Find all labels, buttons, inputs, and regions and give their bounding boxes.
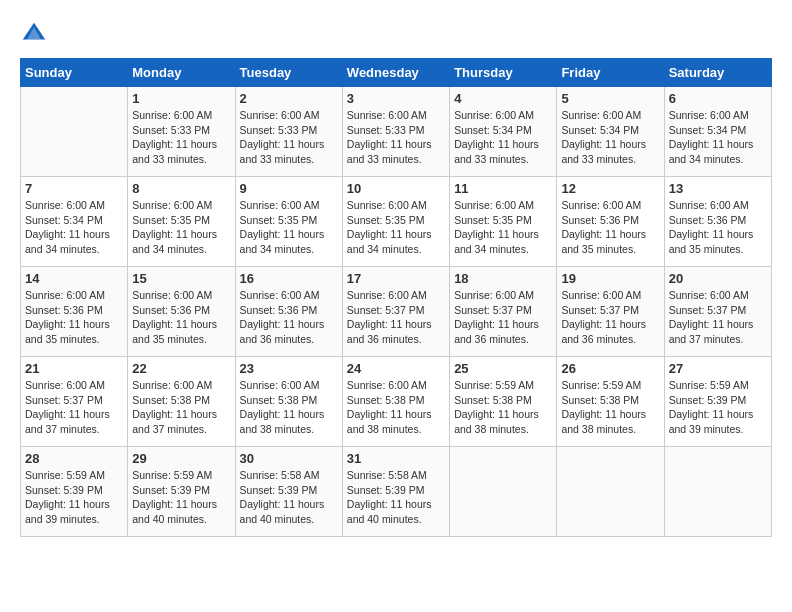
calendar-cell: 26Sunrise: 5:59 AMSunset: 5:38 PMDayligh… — [557, 357, 664, 447]
day-number: 9 — [240, 181, 338, 196]
day-header-thursday: Thursday — [450, 59, 557, 87]
calendar-cell — [21, 87, 128, 177]
week-row-4: 21Sunrise: 6:00 AMSunset: 5:37 PMDayligh… — [21, 357, 772, 447]
day-number: 25 — [454, 361, 552, 376]
day-info: Sunrise: 6:00 AMSunset: 5:36 PMDaylight:… — [669, 198, 767, 257]
day-number: 4 — [454, 91, 552, 106]
day-info: Sunrise: 6:00 AMSunset: 5:38 PMDaylight:… — [132, 378, 230, 437]
calendar-cell: 10Sunrise: 6:00 AMSunset: 5:35 PMDayligh… — [342, 177, 449, 267]
day-info: Sunrise: 6:00 AMSunset: 5:33 PMDaylight:… — [347, 108, 445, 167]
calendar-cell: 31Sunrise: 5:58 AMSunset: 5:39 PMDayligh… — [342, 447, 449, 537]
calendar-cell: 25Sunrise: 5:59 AMSunset: 5:38 PMDayligh… — [450, 357, 557, 447]
day-info: Sunrise: 6:00 AMSunset: 5:34 PMDaylight:… — [25, 198, 123, 257]
day-info: Sunrise: 6:00 AMSunset: 5:38 PMDaylight:… — [240, 378, 338, 437]
day-number: 28 — [25, 451, 123, 466]
day-info: Sunrise: 6:00 AMSunset: 5:35 PMDaylight:… — [454, 198, 552, 257]
day-number: 27 — [669, 361, 767, 376]
day-info: Sunrise: 6:00 AMSunset: 5:35 PMDaylight:… — [347, 198, 445, 257]
day-number: 6 — [669, 91, 767, 106]
day-number: 18 — [454, 271, 552, 286]
day-number: 24 — [347, 361, 445, 376]
day-info: Sunrise: 6:00 AMSunset: 5:37 PMDaylight:… — [347, 288, 445, 347]
day-header-wednesday: Wednesday — [342, 59, 449, 87]
day-info: Sunrise: 6:00 AMSunset: 5:34 PMDaylight:… — [669, 108, 767, 167]
day-info: Sunrise: 6:00 AMSunset: 5:36 PMDaylight:… — [25, 288, 123, 347]
day-header-tuesday: Tuesday — [235, 59, 342, 87]
calendar-cell: 9Sunrise: 6:00 AMSunset: 5:35 PMDaylight… — [235, 177, 342, 267]
day-info: Sunrise: 6:00 AMSunset: 5:37 PMDaylight:… — [561, 288, 659, 347]
calendar-cell: 15Sunrise: 6:00 AMSunset: 5:36 PMDayligh… — [128, 267, 235, 357]
day-info: Sunrise: 5:59 AMSunset: 5:39 PMDaylight:… — [25, 468, 123, 527]
calendar-cell — [557, 447, 664, 537]
day-info: Sunrise: 5:59 AMSunset: 5:39 PMDaylight:… — [132, 468, 230, 527]
week-row-5: 28Sunrise: 5:59 AMSunset: 5:39 PMDayligh… — [21, 447, 772, 537]
calendar-cell: 1Sunrise: 6:00 AMSunset: 5:33 PMDaylight… — [128, 87, 235, 177]
day-number: 29 — [132, 451, 230, 466]
calendar-cell: 17Sunrise: 6:00 AMSunset: 5:37 PMDayligh… — [342, 267, 449, 357]
calendar-cell: 11Sunrise: 6:00 AMSunset: 5:35 PMDayligh… — [450, 177, 557, 267]
logo-icon — [20, 20, 48, 48]
calendar-body: 1Sunrise: 6:00 AMSunset: 5:33 PMDaylight… — [21, 87, 772, 537]
day-info: Sunrise: 6:00 AMSunset: 5:35 PMDaylight:… — [240, 198, 338, 257]
calendar-cell: 27Sunrise: 5:59 AMSunset: 5:39 PMDayligh… — [664, 357, 771, 447]
day-number: 30 — [240, 451, 338, 466]
day-info: Sunrise: 5:58 AMSunset: 5:39 PMDaylight:… — [347, 468, 445, 527]
day-header-saturday: Saturday — [664, 59, 771, 87]
day-info: Sunrise: 5:58 AMSunset: 5:39 PMDaylight:… — [240, 468, 338, 527]
calendar-cell: 30Sunrise: 5:58 AMSunset: 5:39 PMDayligh… — [235, 447, 342, 537]
calendar-cell: 12Sunrise: 6:00 AMSunset: 5:36 PMDayligh… — [557, 177, 664, 267]
day-info: Sunrise: 6:00 AMSunset: 5:33 PMDaylight:… — [240, 108, 338, 167]
calendar-cell: 14Sunrise: 6:00 AMSunset: 5:36 PMDayligh… — [21, 267, 128, 357]
day-info: Sunrise: 6:00 AMSunset: 5:35 PMDaylight:… — [132, 198, 230, 257]
calendar-cell: 2Sunrise: 6:00 AMSunset: 5:33 PMDaylight… — [235, 87, 342, 177]
calendar-cell: 8Sunrise: 6:00 AMSunset: 5:35 PMDaylight… — [128, 177, 235, 267]
calendar-cell: 3Sunrise: 6:00 AMSunset: 5:33 PMDaylight… — [342, 87, 449, 177]
calendar-cell: 24Sunrise: 6:00 AMSunset: 5:38 PMDayligh… — [342, 357, 449, 447]
week-row-3: 14Sunrise: 6:00 AMSunset: 5:36 PMDayligh… — [21, 267, 772, 357]
calendar-cell: 19Sunrise: 6:00 AMSunset: 5:37 PMDayligh… — [557, 267, 664, 357]
day-info: Sunrise: 6:00 AMSunset: 5:34 PMDaylight:… — [454, 108, 552, 167]
week-row-2: 7Sunrise: 6:00 AMSunset: 5:34 PMDaylight… — [21, 177, 772, 267]
calendar-cell: 18Sunrise: 6:00 AMSunset: 5:37 PMDayligh… — [450, 267, 557, 357]
calendar-cell: 22Sunrise: 6:00 AMSunset: 5:38 PMDayligh… — [128, 357, 235, 447]
logo — [20, 20, 52, 48]
day-number: 8 — [132, 181, 230, 196]
day-number: 31 — [347, 451, 445, 466]
calendar-cell — [450, 447, 557, 537]
calendar-cell: 29Sunrise: 5:59 AMSunset: 5:39 PMDayligh… — [128, 447, 235, 537]
calendar-cell: 21Sunrise: 6:00 AMSunset: 5:37 PMDayligh… — [21, 357, 128, 447]
week-row-1: 1Sunrise: 6:00 AMSunset: 5:33 PMDaylight… — [21, 87, 772, 177]
day-info: Sunrise: 6:00 AMSunset: 5:33 PMDaylight:… — [132, 108, 230, 167]
day-number: 17 — [347, 271, 445, 286]
day-info: Sunrise: 6:00 AMSunset: 5:34 PMDaylight:… — [561, 108, 659, 167]
calendar-cell: 16Sunrise: 6:00 AMSunset: 5:36 PMDayligh… — [235, 267, 342, 357]
page-header — [20, 20, 772, 48]
day-number: 16 — [240, 271, 338, 286]
day-info: Sunrise: 5:59 AMSunset: 5:39 PMDaylight:… — [669, 378, 767, 437]
day-header-monday: Monday — [128, 59, 235, 87]
day-info: Sunrise: 5:59 AMSunset: 5:38 PMDaylight:… — [454, 378, 552, 437]
day-info: Sunrise: 5:59 AMSunset: 5:38 PMDaylight:… — [561, 378, 659, 437]
day-number: 20 — [669, 271, 767, 286]
calendar-table: SundayMondayTuesdayWednesdayThursdayFrid… — [20, 58, 772, 537]
day-number: 5 — [561, 91, 659, 106]
day-info: Sunrise: 6:00 AMSunset: 5:36 PMDaylight:… — [132, 288, 230, 347]
calendar-header: SundayMondayTuesdayWednesdayThursdayFrid… — [21, 59, 772, 87]
calendar-cell: 7Sunrise: 6:00 AMSunset: 5:34 PMDaylight… — [21, 177, 128, 267]
day-header-sunday: Sunday — [21, 59, 128, 87]
calendar-cell: 23Sunrise: 6:00 AMSunset: 5:38 PMDayligh… — [235, 357, 342, 447]
day-number: 3 — [347, 91, 445, 106]
day-info: Sunrise: 6:00 AMSunset: 5:37 PMDaylight:… — [25, 378, 123, 437]
calendar-cell: 4Sunrise: 6:00 AMSunset: 5:34 PMDaylight… — [450, 87, 557, 177]
day-header-friday: Friday — [557, 59, 664, 87]
day-info: Sunrise: 6:00 AMSunset: 5:38 PMDaylight:… — [347, 378, 445, 437]
day-number: 22 — [132, 361, 230, 376]
day-info: Sunrise: 6:00 AMSunset: 5:36 PMDaylight:… — [240, 288, 338, 347]
calendar-cell: 28Sunrise: 5:59 AMSunset: 5:39 PMDayligh… — [21, 447, 128, 537]
day-info: Sunrise: 6:00 AMSunset: 5:37 PMDaylight:… — [669, 288, 767, 347]
day-number: 21 — [25, 361, 123, 376]
calendar-cell: 5Sunrise: 6:00 AMSunset: 5:34 PMDaylight… — [557, 87, 664, 177]
day-number: 7 — [25, 181, 123, 196]
day-number: 23 — [240, 361, 338, 376]
day-number: 12 — [561, 181, 659, 196]
